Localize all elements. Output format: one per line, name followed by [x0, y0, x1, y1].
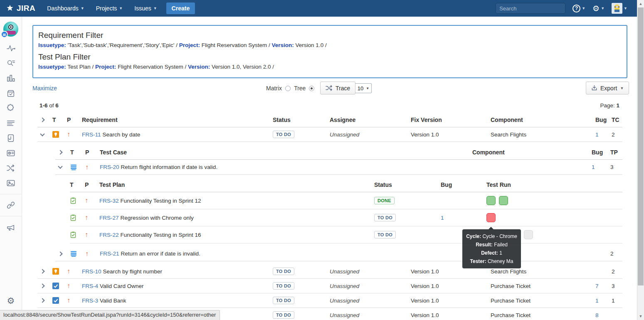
- expand-cell[interactable]: [37, 284, 52, 288]
- col-test-plan-header: Test Plan: [99, 181, 374, 188]
- priority-cell: ↑: [85, 231, 99, 238]
- bug-link[interactable]: 7: [593, 283, 599, 289]
- test-case-name-cell: FRS-21Return an error if date is invalid…: [100, 251, 472, 257]
- issue-key-link[interactable]: FRS-20: [100, 164, 119, 170]
- expand-chevron-icon[interactable]: [40, 131, 44, 136]
- jira-logo[interactable]: JIRA: [6, 4, 35, 13]
- trace-button[interactable]: Trace: [320, 82, 355, 94]
- assignee-cell: Unassigned: [330, 312, 411, 318]
- expand-chevron-icon[interactable]: [40, 269, 44, 273]
- issue-key-link[interactable]: FRS-32: [99, 198, 119, 204]
- expand-all-cell[interactable]: [55, 151, 70, 154]
- scroll-down-icon[interactable]: ▼: [637, 313, 644, 320]
- test-run-cell: [486, 196, 622, 205]
- tp-cell: 2: [608, 251, 622, 257]
- search-list-icon[interactable]: [0, 56, 22, 71]
- scroll-up-icon[interactable]: ▲: [637, 0, 644, 7]
- status-lozenge: TO DO: [374, 214, 396, 221]
- expand-chevron-icon[interactable]: [58, 251, 62, 256]
- expand-cell[interactable]: [37, 299, 52, 302]
- user-menu[interactable]: ▼: [612, 3, 627, 14]
- expand-chevron-icon[interactable]: [58, 150, 62, 154]
- jira-logo-text: JIRA: [17, 4, 35, 13]
- chevron-down-icon: ▼: [366, 87, 369, 90]
- assignee-cell: Unassigned: [330, 131, 411, 138]
- settings-gear-icon[interactable]: ⚙: [7, 296, 15, 306]
- filter-label: Version:: [188, 64, 210, 70]
- pass-test-run-square[interactable]: [486, 196, 496, 205]
- assignee-cell: Unassigned: [330, 283, 411, 289]
- issue-key-link[interactable]: FRS-3: [82, 298, 98, 304]
- issue-key-link[interactable]: FRS-21: [100, 251, 119, 257]
- expand-all-cell[interactable]: [37, 118, 52, 122]
- test-plan-icon: [70, 214, 76, 221]
- status-lozenge: TO DO: [273, 131, 294, 138]
- nav-item-projects[interactable]: Projects▼: [96, 5, 123, 12]
- issue-key-link[interactable]: FRS-11: [82, 131, 101, 138]
- create-button[interactable]: Create: [166, 2, 195, 14]
- filter-separator: /: [91, 64, 95, 70]
- type-cell: [52, 297, 67, 304]
- bug-link[interactable]: 1: [593, 298, 599, 304]
- expand-cell[interactable]: [37, 134, 52, 136]
- issue-key-link[interactable]: FRS-22: [99, 232, 119, 238]
- bug-link[interactable]: 1: [590, 164, 595, 170]
- status-lozenge: TO DO: [374, 231, 396, 238]
- export-button[interactable]: Export ▼: [586, 82, 629, 94]
- maximize-link[interactable]: Maximize: [32, 85, 57, 92]
- puzzle-icon[interactable]: [0, 101, 22, 116]
- chevron-down-icon: ▼: [119, 6, 123, 10]
- search-box[interactable]: [496, 3, 565, 14]
- nav-item-label: Issues: [134, 5, 151, 12]
- filter-panel: Requirement Filter Issuetype: 'Task','Su…: [32, 25, 627, 78]
- expand-chevron-icon[interactable]: [40, 117, 44, 122]
- bug-cell: 1: [593, 298, 609, 304]
- box-check-icon[interactable]: [0, 86, 22, 101]
- expand-cell[interactable]: [55, 252, 70, 256]
- expand-cell[interactable]: [55, 166, 70, 168]
- matrix-radio[interactable]: [285, 86, 291, 91]
- export-button-label: Export: [600, 85, 617, 92]
- fix-version-cell: Version 1.0: [411, 268, 491, 275]
- mobile-app-icon[interactable]: [0, 131, 22, 146]
- task-icon: [52, 283, 59, 289]
- issue-key-link[interactable]: FRS-4: [82, 283, 98, 289]
- nav-item-dashboards[interactable]: Dashboards▼: [47, 5, 84, 12]
- bug-link[interactable]: 1: [439, 215, 444, 221]
- scrollbar[interactable]: ▲ ▼: [637, 0, 644, 320]
- issue-key-link[interactable]: FRS-27: [99, 215, 119, 221]
- tree-radio[interactable]: [309, 86, 314, 91]
- search-input[interactable]: [499, 5, 572, 12]
- expand-cell[interactable]: [37, 270, 52, 273]
- admin-menu[interactable]: ⚙ ▼: [592, 5, 605, 12]
- pass-test-run-square[interactable]: [499, 196, 508, 205]
- shuffle-icon[interactable]: [0, 161, 22, 176]
- tc-count: 3: [609, 283, 615, 289]
- bar-chart-icon[interactable]: [0, 71, 22, 86]
- issue-key-link[interactable]: FRS-10: [82, 268, 101, 275]
- link-icon[interactable]: [0, 198, 22, 213]
- priority-cell: ↑: [85, 164, 100, 171]
- text-lines-icon[interactable]: [0, 116, 22, 131]
- help-menu[interactable]: ? ▼: [572, 5, 585, 12]
- component-cell: Purchase Ticket: [491, 312, 593, 318]
- scrollbar-thumb[interactable]: [638, 7, 644, 285]
- status-cell: TO DO: [374, 231, 439, 238]
- expand-chevron-icon[interactable]: [40, 298, 44, 303]
- contact-card-icon[interactable]: [0, 146, 22, 161]
- megaphone-icon[interactable]: [0, 220, 22, 235]
- fail-test-run-square[interactable]: [486, 213, 496, 222]
- fix-version-cell: Version 1.0: [411, 283, 491, 289]
- trace-shuffle-icon: [326, 85, 333, 91]
- app-logo-icon[interactable]: [3, 22, 18, 37]
- activity-icon[interactable]: [0, 41, 22, 56]
- nav-item-issues[interactable]: Issues▼: [134, 5, 157, 12]
- bug-link[interactable]: 8: [593, 312, 599, 318]
- image-icon[interactable]: [0, 176, 22, 191]
- expand-chevron-icon[interactable]: [40, 283, 44, 288]
- expand-chevron-icon[interactable]: [58, 164, 62, 169]
- bug-link[interactable]: 1: [593, 131, 599, 138]
- page-size-select[interactable]: 10 ▼: [355, 83, 372, 93]
- unexecuted-test-run-square[interactable]: [524, 230, 533, 239]
- bug-cell: 1: [439, 215, 486, 221]
